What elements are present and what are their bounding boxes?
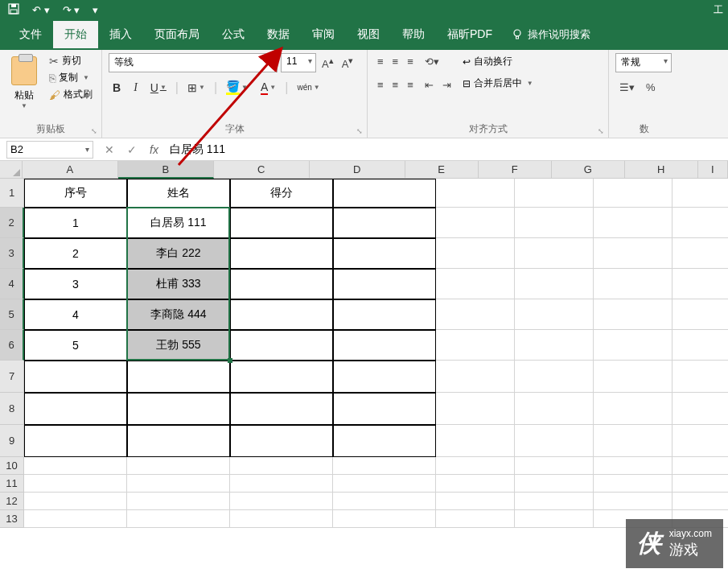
italic-button[interactable]: I xyxy=(130,79,142,97)
cell-H7[interactable] xyxy=(672,361,728,393)
select-all-button[interactable] xyxy=(0,161,23,179)
column-header-A[interactable]: A xyxy=(23,161,118,179)
cell-D3[interactable] xyxy=(333,238,436,269)
tab-data[interactable]: 数据 xyxy=(256,21,301,48)
cell-C8[interactable] xyxy=(230,393,333,425)
cell-B11[interactable] xyxy=(127,475,230,493)
row-header-4[interactable]: 4 xyxy=(0,269,24,299)
row-header-12[interactable]: 12 xyxy=(0,493,24,510)
cell-F9[interactable] xyxy=(515,425,594,457)
decrease-font-button[interactable]: A▾ xyxy=(339,54,356,72)
cell-C1[interactable]: 得分 xyxy=(230,179,333,208)
row-header-3[interactable]: 3 xyxy=(0,238,24,269)
cell-E8[interactable] xyxy=(436,393,515,425)
cell-D1[interactable] xyxy=(333,179,436,208)
wrap-text-button[interactable]: ↩自动换行 xyxy=(459,53,537,70)
cell-G7[interactable] xyxy=(594,361,672,393)
cell-C10[interactable] xyxy=(230,457,333,475)
column-header-B[interactable]: B xyxy=(118,161,214,179)
tab-file[interactable]: 文件 xyxy=(8,21,53,48)
redo-icon[interactable]: ↷ ▾ xyxy=(60,4,84,16)
cell-A1[interactable]: 序号 xyxy=(24,179,127,208)
fill-color-button[interactable]: 🪣▼ xyxy=(222,77,252,97)
align-center-button[interactable]: ≡ xyxy=(389,76,402,93)
border-button[interactable]: ⊞▼ xyxy=(183,79,209,97)
clipboard-launcher-icon[interactable]: ⤡ xyxy=(91,127,99,135)
row-header-2[interactable]: 2 xyxy=(0,208,24,238)
font-launcher-icon[interactable]: ⤡ xyxy=(356,127,364,135)
cell-D8[interactable] xyxy=(333,393,436,425)
underline-button[interactable]: U▼ xyxy=(146,79,171,97)
cell-G5[interactable] xyxy=(594,299,672,330)
row-header-7[interactable]: 7 xyxy=(0,361,24,393)
cell-E12[interactable] xyxy=(436,493,515,510)
cell-B2[interactable]: 白居易 111 xyxy=(127,208,230,238)
cell-F1[interactable] xyxy=(515,179,594,208)
cell-D2[interactable] xyxy=(333,208,436,238)
orientation-button[interactable]: ⟲▾ xyxy=(422,53,442,70)
row-header-9[interactable]: 9 xyxy=(0,425,24,457)
cell-B8[interactable] xyxy=(127,393,230,425)
align-left-button[interactable]: ≡ xyxy=(374,76,387,93)
cell-E13[interactable] xyxy=(436,510,515,528)
cell-A11[interactable] xyxy=(24,475,127,493)
align-right-button[interactable]: ≡ xyxy=(404,76,417,93)
cell-B1[interactable]: 姓名 xyxy=(127,179,230,208)
cell-B4[interactable]: 杜甫 333 xyxy=(127,269,230,299)
row-header-13[interactable]: 13 xyxy=(0,510,24,528)
name-box[interactable]: B2 xyxy=(6,141,93,159)
cell-F13[interactable] xyxy=(515,510,594,528)
cell-C5[interactable] xyxy=(230,299,333,330)
column-header-F[interactable]: F xyxy=(479,161,552,179)
cell-B13[interactable] xyxy=(127,510,230,528)
cell-H5[interactable] xyxy=(672,299,728,330)
cell-A5[interactable]: 4 xyxy=(24,299,127,330)
cell-E2[interactable] xyxy=(436,208,515,238)
cell-F11[interactable] xyxy=(515,475,594,493)
row-header-5[interactable]: 5 xyxy=(0,299,24,330)
cell-H10[interactable] xyxy=(672,457,728,475)
cell-A3[interactable]: 2 xyxy=(24,238,127,269)
cell-A10[interactable] xyxy=(24,457,127,475)
row-header-11[interactable]: 11 xyxy=(0,475,24,493)
cell-A6[interactable]: 5 xyxy=(24,330,127,361)
cell-C3[interactable] xyxy=(230,238,333,269)
cell-H12[interactable] xyxy=(672,493,728,510)
tab-review[interactable]: 审阅 xyxy=(301,21,346,48)
cut-button[interactable]: ✂剪切 xyxy=(47,53,95,68)
row-header-10[interactable]: 10 xyxy=(0,457,24,475)
increase-indent-button[interactable]: ⇥ xyxy=(439,76,454,93)
cell-F8[interactable] xyxy=(515,393,594,425)
accounting-format-button[interactable]: ☰▾ xyxy=(615,79,639,96)
cell-B5[interactable]: 李商隐 444 xyxy=(127,299,230,330)
cell-G3[interactable] xyxy=(594,238,672,269)
format-painter-button[interactable]: 🖌格式刷 xyxy=(47,87,95,102)
cell-B9[interactable] xyxy=(127,425,230,457)
cell-H6[interactable] xyxy=(672,330,728,361)
font-name-select[interactable]: 等线 xyxy=(109,53,278,72)
copy-button[interactable]: ⎘复制▼ xyxy=(47,70,95,85)
column-header-C[interactable]: C xyxy=(214,161,310,179)
cell-E9[interactable] xyxy=(436,425,515,457)
cell-F2[interactable] xyxy=(515,208,594,238)
cell-E3[interactable] xyxy=(436,238,515,269)
cell-F10[interactable] xyxy=(515,457,594,475)
cell-G12[interactable] xyxy=(594,493,672,510)
cell-G2[interactable] xyxy=(594,208,672,238)
cell-A7[interactable] xyxy=(24,361,127,393)
align-bottom-button[interactable]: ≡ xyxy=(404,53,417,70)
tab-foxit[interactable]: 福昕PDF xyxy=(436,21,504,48)
tab-view[interactable]: 视图 xyxy=(346,21,391,48)
cell-G10[interactable] xyxy=(594,457,672,475)
tab-formula[interactable]: 公式 xyxy=(211,21,256,48)
font-color-button[interactable]: A▼ xyxy=(257,78,280,97)
percent-button[interactable]: % xyxy=(642,79,660,96)
cell-D11[interactable] xyxy=(333,475,436,493)
tab-layout[interactable]: 页面布局 xyxy=(143,21,211,48)
cancel-formula-button[interactable]: ✕ xyxy=(98,143,121,156)
phonetic-guide-button[interactable]: wén▼ xyxy=(293,80,323,94)
cell-C6[interactable] xyxy=(230,330,333,361)
cell-D10[interactable] xyxy=(333,457,436,475)
cell-E5[interactable] xyxy=(436,299,515,330)
cell-D12[interactable] xyxy=(333,493,436,510)
